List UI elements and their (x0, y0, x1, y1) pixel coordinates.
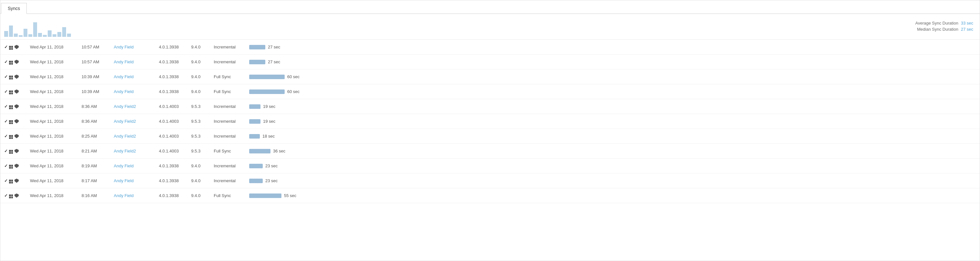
shield-icon (14, 134, 19, 138)
sync-type: Full Sync (214, 193, 249, 198)
sync-version: 4.0.1.3938 (159, 163, 191, 168)
sync-date: Wed Apr 11, 2018 (30, 74, 81, 79)
sync-version: 4.0.1.4003 (159, 149, 191, 154)
sync-time: 10:57 AM (81, 45, 114, 50)
check-icon: ✓ (4, 134, 8, 139)
sync-user[interactable]: Andy Field2 (114, 134, 159, 139)
sync-type: Full Sync (214, 149, 249, 154)
duration-bar (249, 75, 285, 79)
row-icons: ✓ (4, 178, 30, 184)
duration-bar (249, 119, 261, 124)
table-row: ✓ Wed Apr 11, 2018 8:21 AM Andy Field2 4… (0, 144, 980, 159)
tab-bar: Syncs (0, 0, 980, 14)
windows-icon (9, 88, 13, 95)
tab-syncs[interactable]: Syncs (1, 3, 27, 14)
sync-type: Incremental (214, 163, 249, 168)
sync-version: 4.0.1.3938 (159, 74, 191, 79)
duration-text: 19 sec (263, 104, 275, 109)
app-container: Syncs Average Sync Duration 33 sec Media… (0, 0, 980, 261)
sync-user[interactable]: Andy Field (114, 45, 159, 50)
check-icon: ✓ (4, 104, 8, 109)
sync-version: 4.0.1.4003 (159, 104, 191, 109)
check-icon: ✓ (4, 178, 8, 183)
sync-user[interactable]: Andy Field (114, 89, 159, 94)
sync-duration-col: 36 sec (249, 149, 976, 154)
sync-user[interactable]: Andy Field2 (114, 104, 159, 109)
median-stat-value: 27 sec (961, 27, 973, 32)
sync-duration-col: 60 sec (249, 74, 976, 79)
sync-ver2: 9.5.3 (191, 149, 214, 154)
sync-type: Incremental (214, 45, 249, 50)
shield-icon (14, 104, 19, 109)
sync-date: Wed Apr 11, 2018 (30, 104, 81, 109)
chart-bars (4, 18, 71, 37)
sync-user[interactable]: Andy Field (114, 178, 159, 183)
sync-time: 8:17 AM (81, 178, 114, 183)
sync-type: Incremental (214, 178, 249, 183)
sync-user[interactable]: Andy Field (114, 193, 159, 198)
row-icons: ✓ (4, 163, 30, 169)
check-icon: ✓ (4, 163, 8, 168)
avg-stat-label: Average Sync Duration (915, 21, 958, 26)
sync-version: 4.0.1.3938 (159, 178, 191, 183)
shield-icon (14, 194, 19, 198)
chart-bar (38, 33, 42, 37)
duration-text: 55 sec (284, 193, 296, 198)
sync-user[interactable]: Andy Field (114, 74, 159, 79)
duration-bar (249, 90, 285, 94)
sync-type: Incremental (214, 119, 249, 124)
chart-bar (33, 22, 37, 37)
duration-bar (249, 194, 282, 198)
row-icons: ✓ (4, 59, 30, 65)
duration-bar (249, 149, 270, 154)
sync-type: Incremental (214, 59, 249, 64)
duration-bar (249, 179, 263, 183)
row-icons: ✓ (4, 74, 30, 80)
median-stat-row: Median Sync Duration 27 sec (915, 27, 973, 32)
sync-ver2: 9.4.0 (191, 59, 214, 64)
chart-area: Average Sync Duration 33 sec Median Sync… (0, 14, 980, 40)
sync-ver2: 9.4.0 (191, 193, 214, 198)
duration-bar (249, 104, 261, 109)
sync-duration-col: 27 sec (249, 59, 976, 64)
windows-icon (9, 148, 13, 154)
sync-user[interactable]: Andy Field (114, 59, 159, 64)
sync-date: Wed Apr 11, 2018 (30, 59, 81, 64)
sync-user[interactable]: Andy Field2 (114, 119, 159, 124)
sync-user[interactable]: Andy Field (114, 163, 159, 168)
duration-bar (249, 164, 263, 168)
duration-bar (249, 134, 260, 139)
sync-date: Wed Apr 11, 2018 (30, 45, 81, 50)
sync-time: 10:57 AM (81, 59, 114, 64)
check-icon: ✓ (4, 59, 8, 64)
median-stat-label: Median Sync Duration (917, 27, 958, 32)
row-icons: ✓ (4, 88, 30, 95)
sync-time: 10:39 AM (81, 89, 114, 94)
shield-icon (14, 75, 19, 79)
windows-icon (9, 44, 13, 50)
row-icons: ✓ (4, 192, 30, 199)
sync-user[interactable]: Andy Field2 (114, 149, 159, 154)
check-icon: ✓ (4, 193, 8, 198)
duration-text: 60 sec (287, 89, 299, 94)
shield-icon (14, 119, 19, 123)
chart-bar (24, 29, 27, 37)
sync-type: Incremental (214, 104, 249, 109)
shield-icon (14, 90, 19, 94)
shield-icon (14, 149, 19, 153)
sync-time: 8:21 AM (81, 149, 114, 154)
duration-text: 23 sec (265, 178, 278, 183)
duration-text: 60 sec (287, 74, 299, 79)
sync-time: 8:19 AM (81, 163, 114, 168)
row-icons: ✓ (4, 118, 30, 125)
duration-text: 36 sec (273, 149, 285, 154)
sync-date: Wed Apr 11, 2018 (30, 119, 81, 124)
sync-ver2: 9.4.0 (191, 163, 214, 168)
check-icon: ✓ (4, 74, 8, 79)
chart-bar (43, 35, 47, 37)
check-icon: ✓ (4, 119, 8, 124)
chart-bar (67, 34, 71, 37)
duration-text: 19 sec (263, 119, 275, 124)
sync-date: Wed Apr 11, 2018 (30, 89, 81, 94)
sync-version: 4.0.1.3938 (159, 45, 191, 50)
